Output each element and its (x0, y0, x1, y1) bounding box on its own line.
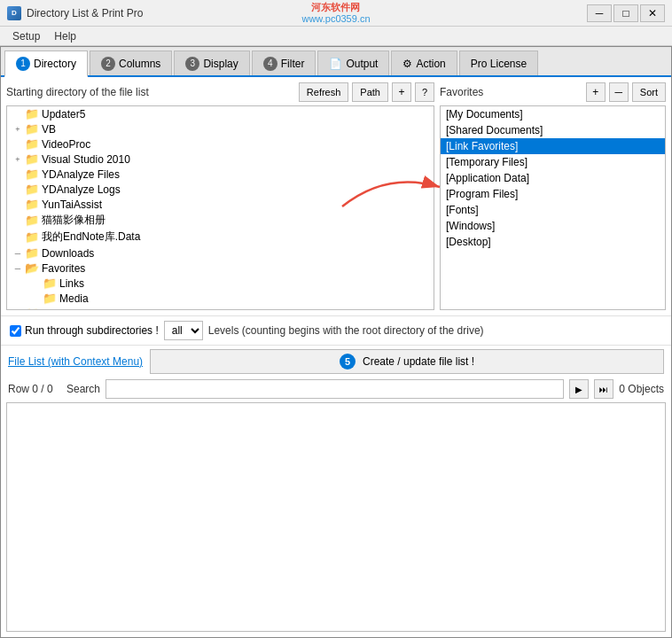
subdirectories-checkbox-label[interactable]: Run through subdirectories ! (10, 324, 159, 337)
search-label: Search (66, 383, 100, 395)
action-icon: ⚙ (402, 58, 412, 70)
fav-item[interactable]: [My Documents] (441, 106, 665, 122)
fav-item[interactable]: [Windows] (441, 218, 665, 234)
minimize-button[interactable]: ─ (587, 4, 612, 22)
favorites-list: [My Documents] [Shared Documents] [Link … (440, 105, 666, 310)
folder-icon: 📁 (25, 230, 39, 244)
tree-item[interactable]: ─ 📁 go (7, 306, 434, 310)
tab-action[interactable]: ⚙ Action (391, 51, 457, 75)
tab6-label: Action (416, 58, 445, 70)
folder-icon: 📁 (25, 152, 39, 166)
title-bar-text: Directory List & Print Pro (27, 7, 143, 19)
starting-dir-label: Starting directory of the file list (6, 86, 295, 98)
watermark-line2: www.pc0359.cn (301, 13, 370, 24)
tree-item[interactable]: 📁 YunTaiAssist (7, 197, 434, 212)
sort-favorites-button[interactable]: Sort (632, 82, 666, 102)
fav-item[interactable]: [Desktop] (441, 234, 665, 250)
file-list-link[interactable]: File List (with Context Menu) (8, 355, 143, 368)
folder-icon: 📁 (25, 167, 39, 181)
tree-item-label: VideoProc (42, 138, 90, 151)
search-next-button[interactable]: ⏭ (594, 379, 613, 399)
tree-item[interactable]: 📁 Media (7, 291, 434, 306)
tree-item[interactable]: + 📁 VB (7, 121, 434, 136)
expander[interactable]: ─ (11, 264, 25, 273)
subdirectories-checkbox[interactable] (10, 325, 21, 337)
folder-icon-open: 📂 (25, 261, 39, 275)
close-button[interactable]: ✕ (640, 4, 665, 22)
menu-help[interactable]: Help (47, 28, 83, 44)
output-icon: 📄 (329, 58, 342, 70)
remove-favorite-button[interactable]: ─ (609, 82, 629, 102)
row-info: Row 0 / 0 (8, 383, 61, 395)
tab-pro-license[interactable]: Pro License (459, 51, 538, 75)
tree-item[interactable]: 📁 YDAnalyze Files (7, 167, 434, 182)
menu-setup[interactable]: Setup (5, 28, 47, 44)
objects-count: 0 Objects (619, 383, 664, 395)
tab4-label: Filter (281, 58, 305, 70)
folder-icon: 📁 (25, 183, 39, 196)
tree-item-label: 我的EndNote库.Data (42, 230, 140, 245)
expander[interactable]: + (11, 125, 25, 134)
tree-item-label: go (42, 307, 53, 311)
folder-icon: 📁 (25, 246, 39, 260)
tab-columns[interactable]: 2 Columns (90, 51, 172, 75)
tree-item-label: Visual Studio 2010 (42, 153, 130, 166)
tree-item[interactable]: 📁 Links (7, 276, 434, 291)
tree-item[interactable]: ─ 📁 Downloads (7, 245, 434, 261)
tab-filter[interactable]: 4 Filter (252, 51, 316, 75)
levels-text: Levels (counting begins with the root di… (208, 324, 484, 337)
expander[interactable]: + (11, 155, 25, 164)
create-file-list-button[interactable]: 5 Create / update file list ! (150, 349, 664, 374)
app-icon: D (7, 6, 21, 20)
tree-item-label: 猫猫影像相册 (42, 213, 105, 228)
expander[interactable]: ─ (11, 309, 25, 311)
add-favorite-button[interactable]: + (586, 82, 606, 102)
folder-icon: 📁 (25, 122, 39, 136)
path-button[interactable]: Path (352, 82, 388, 102)
tree-item-label: YDAnalyze Files (42, 168, 120, 181)
search-play-button[interactable]: ▶ (569, 379, 589, 399)
tree-item-label: Updater5 (42, 108, 85, 121)
tree-item[interactable]: 📁 我的EndNote库.Data (7, 229, 434, 245)
main-list-area (6, 402, 666, 632)
fav-item-selected[interactable]: [Link Favorites] (441, 138, 665, 154)
levels-select[interactable]: all 1 2 3 (164, 321, 203, 340)
expander[interactable]: ─ (11, 249, 25, 258)
tree-item-label: YDAnalyze Logs (42, 183, 121, 196)
tab5-label: Output (346, 58, 378, 70)
tab-output[interactable]: 📄 Output (317, 51, 389, 75)
tree-item[interactable]: 📁 YDAnalyze Logs (7, 182, 434, 197)
fav-item[interactable]: [Program Files] (441, 186, 665, 202)
tab1-label: Directory (34, 58, 76, 70)
tab3-number: 3 (185, 57, 199, 71)
maximize-button[interactable]: □ (613, 4, 638, 22)
folder-icon: 📁 (25, 307, 39, 310)
tab3-label: Display (203, 58, 238, 70)
folder-icon: 📁 (25, 214, 39, 227)
tab-directory[interactable]: 1 Directory (4, 51, 88, 77)
add-path-button[interactable]: + (392, 82, 411, 102)
tab7-label: Pro License (471, 58, 527, 70)
tree-item[interactable]: 📁 VideoProc (7, 136, 434, 152)
tab1-number: 1 (16, 57, 30, 71)
tree-item[interactable]: + 📁 Visual Studio 2010 (7, 152, 434, 167)
help-button[interactable]: ? (415, 82, 434, 102)
tree-item-label: Media (59, 292, 89, 305)
fav-item[interactable]: [Application Data] (441, 170, 665, 186)
tree-item-label: Links (59, 277, 84, 290)
tab-display[interactable]: 3 Display (174, 51, 249, 75)
create-button-number: 5 (340, 354, 356, 370)
tree-item[interactable]: 📁 Updater5 (7, 106, 434, 121)
fav-item[interactable]: [Shared Documents] (441, 122, 665, 138)
tab2-label: Columns (119, 58, 160, 70)
subdirectories-label-text: Run through subdirectories ! (25, 324, 159, 337)
fav-item[interactable]: [Temporary Files] (441, 154, 665, 170)
fav-item[interactable]: [Fonts] (441, 202, 665, 218)
refresh-button[interactable]: Refresh (299, 82, 349, 102)
tree-item[interactable]: 📁 猫猫影像相册 (7, 212, 434, 229)
directory-tree: 📁 Updater5 + 📁 VB 📁 VideoProc + 📁 Visual (6, 105, 434, 310)
tree-item[interactable]: ─ 📂 Favorites (7, 261, 434, 276)
tree-item-label: YunTaiAssist (42, 198, 102, 211)
search-input[interactable] (105, 379, 564, 399)
tab4-number: 4 (263, 57, 277, 71)
